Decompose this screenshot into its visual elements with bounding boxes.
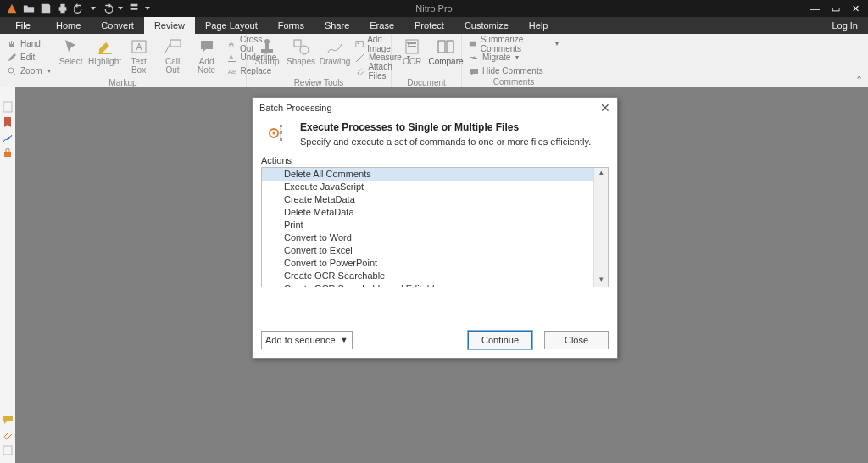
call-out-button[interactable]: CallOut — [156, 36, 190, 78]
svg-rect-12 — [261, 49, 273, 53]
edit-label: Edit — [20, 53, 35, 62]
tab-erase[interactable]: Erase — [359, 17, 404, 34]
migrate-button[interactable]: Migrate▾ — [465, 51, 562, 64]
tab-protect[interactable]: Protect — [404, 17, 454, 34]
svg-text:A: A — [229, 53, 234, 61]
svg-rect-27 — [3, 446, 12, 455]
zoom-label: Zoom — [20, 66, 42, 75]
continue-button[interactable]: Continue — [468, 331, 532, 349]
menu-bar: File Home Convert Review Page Layout For… — [0, 17, 868, 34]
svg-rect-17 — [356, 41, 363, 47]
list-item[interactable]: Create OCR Searchable — [262, 270, 608, 282]
login-link[interactable]: Log In — [821, 17, 868, 34]
bookmarks-panel-icon[interactable] — [2, 116, 14, 128]
stamp-icon — [258, 37, 276, 56]
dialog-button-row: Add to sequence ▼ Continue Close — [261, 331, 609, 349]
tab-customize[interactable]: Customize — [454, 17, 519, 34]
list-item[interactable]: Convert to PowerPoint — [262, 257, 608, 270]
list-item[interactable]: Delete MetaData — [262, 206, 608, 219]
svg-rect-25 — [3, 102, 12, 112]
add-to-sequence-dropdown[interactable]: Add to sequence ▼ — [261, 331, 353, 349]
svg-point-14 — [264, 39, 270, 44]
signatures-panel-icon[interactable] — [2, 131, 14, 143]
svg-rect-1 — [131, 8, 138, 10]
ribbon: Hand Edit Zoom▾ Select Highlight A TextB… — [0, 34, 868, 88]
dialog-close-button[interactable]: ✕ — [600, 101, 610, 114]
list-item[interactable]: Convert to Word — [262, 232, 608, 244]
undo-dropdown-icon[interactable] — [90, 2, 97, 15]
qat-customize-icon[interactable] — [127, 2, 141, 15]
dialog-headline: Execute Processes to Single or Multiple … — [300, 121, 591, 133]
security-panel-icon[interactable] — [2, 147, 14, 159]
drawing-button[interactable]: Drawing — [318, 36, 352, 78]
ribbon-group-review-tools: Stamp Shapes Drawing Add Image▾ Measure▾… — [247, 34, 392, 87]
list-item[interactable]: Print — [262, 219, 608, 232]
nitro-logo-icon — [5, 2, 19, 15]
summarize-comments-button[interactable]: Summarize Comments▾ — [465, 37, 562, 50]
text-box-icon: A — [130, 37, 148, 56]
file-tab[interactable]: File — [0, 17, 46, 34]
tab-share[interactable]: Share — [314, 17, 359, 34]
svg-rect-22 — [438, 41, 445, 53]
output-panel-icon[interactable] — [2, 444, 14, 456]
scroll-down-icon[interactable]: ▾ — [594, 275, 608, 287]
ocr-button[interactable]: OCR — [395, 36, 429, 78]
svg-text:A: A — [228, 39, 233, 47]
side-panel-strip — [0, 87, 16, 463]
zoom-tool[interactable]: Zoom▾ — [3, 64, 54, 77]
close-window-button[interactable]: ✕ — [852, 3, 860, 14]
list-item[interactable]: Create MetaData — [262, 193, 608, 206]
window-buttons: — ▭ ✕ — [810, 3, 868, 14]
dialog-titlebar: Batch Processing ✕ — [253, 98, 617, 118]
hide-comments-button[interactable]: Hide Comments — [465, 64, 562, 77]
undo-icon[interactable] — [73, 2, 86, 15]
tab-help[interactable]: Help — [519, 17, 559, 34]
pages-panel-icon[interactable] — [2, 101, 14, 113]
actions-listbox[interactable]: Delete All Comments Execute JavaScript C… — [261, 167, 609, 287]
highlight-button[interactable]: Highlight — [88, 36, 122, 78]
qat-dropdown-icon[interactable] — [144, 2, 151, 15]
edit-tool[interactable]: Edit — [3, 51, 54, 64]
compare-button[interactable]: Compare — [429, 36, 463, 78]
hand-tool[interactable]: Hand — [3, 37, 54, 50]
scroll-up-icon[interactable]: ▴ — [594, 168, 608, 180]
open-icon[interactable] — [22, 2, 36, 15]
svg-text:B: B — [232, 68, 236, 75]
list-item[interactable]: Delete All Comments — [262, 168, 608, 181]
shapes-button[interactable]: Shapes — [284, 36, 318, 78]
group-label-review-tools: Review Tools — [247, 78, 391, 87]
svg-rect-23 — [447, 41, 453, 53]
text-box-button[interactable]: A TextBox — [122, 36, 156, 78]
tab-page-layout[interactable]: Page Layout — [195, 17, 268, 34]
stamp-button[interactable]: Stamp — [250, 36, 284, 78]
actions-label: Actions — [253, 155, 617, 165]
redo-dropdown-icon[interactable] — [117, 2, 124, 15]
minimize-button[interactable]: — — [810, 3, 820, 14]
list-item[interactable]: Create OCR Searchable and Editable — [262, 282, 608, 287]
list-item[interactable]: Convert to Excel — [262, 244, 608, 257]
comments-panel-icon[interactable] — [2, 414, 14, 426]
print-icon[interactable] — [56, 2, 70, 15]
add-note-button[interactable]: AddNote — [190, 36, 224, 78]
redo-icon[interactable] — [100, 2, 114, 15]
restore-button[interactable]: ▭ — [832, 3, 840, 14]
listbox-scrollbar[interactable]: ▴ ▾ — [593, 168, 608, 287]
add-note-icon — [198, 37, 216, 56]
svg-rect-20 — [408, 42, 416, 44]
attachments-panel-icon[interactable] — [2, 429, 14, 441]
ribbon-collapse-icon[interactable]: ⌃ — [855, 75, 863, 86]
tab-home[interactable]: Home — [46, 17, 91, 34]
save-icon[interactable] — [39, 2, 53, 15]
svg-point-2 — [8, 68, 14, 73]
tab-convert[interactable]: Convert — [91, 17, 144, 34]
svg-rect-30 — [280, 125, 282, 127]
svg-rect-9 — [228, 61, 236, 62]
list-item[interactable]: Execute JavaScript — [262, 181, 608, 193]
tab-review[interactable]: Review — [144, 17, 195, 34]
close-button[interactable]: Close — [544, 331, 609, 349]
select-button[interactable]: Select — [54, 36, 88, 78]
batch-processing-dialog: Batch Processing ✕ Execute Processes to … — [252, 97, 618, 359]
group-label-document: Document — [392, 78, 461, 87]
select-icon — [62, 37, 81, 56]
tab-forms[interactable]: Forms — [268, 17, 314, 34]
